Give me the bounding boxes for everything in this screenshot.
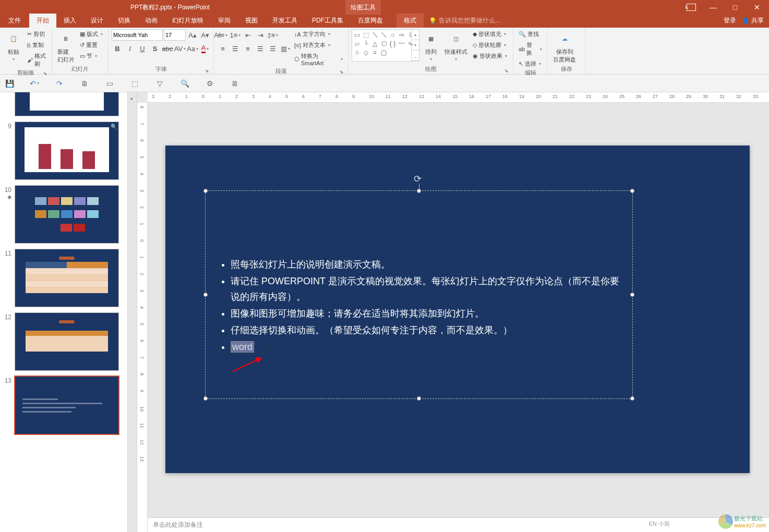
tab-transition[interactable]: 切换 xyxy=(111,14,138,28)
slide-thumbnails-panel[interactable]: 9 🔍 10✱ xyxy=(0,92,128,532)
bullet-item[interactable]: 照每张幻灯片上的说明创建演示文稿。 xyxy=(231,257,622,272)
rotate-handle-icon[interactable]: ⟳ xyxy=(414,173,424,184)
copy-button[interactable]: ⎘复制 xyxy=(25,40,49,50)
slide-thumb-11[interactable] xyxy=(15,249,119,307)
justify-button[interactable]: ☰ xyxy=(255,43,266,54)
qat-btn-5[interactable]: ▭ xyxy=(104,78,115,89)
italic-button[interactable]: I xyxy=(124,43,136,54)
bullet-item[interactable]: 请记住 POWERPOINT 是演示文稿的视觉效果。每张幻灯片上的文字仅作为论点… xyxy=(231,273,622,305)
font-name-combo[interactable] xyxy=(112,29,163,41)
tab-review[interactable]: 审阅 xyxy=(211,14,238,28)
shape-effects-button[interactable]: ◉形状效果 xyxy=(471,51,509,61)
slide-thumb-8[interactable] xyxy=(15,92,119,116)
bullet-item-editing[interactable]: word xyxy=(231,339,622,355)
paste-button[interactable]: 📋 粘贴 ▾ xyxy=(3,29,24,63)
resize-handle[interactable] xyxy=(203,396,208,401)
font-color-button[interactable]: A xyxy=(199,43,211,54)
align-right-button[interactable]: ≡ xyxy=(242,43,254,54)
tab-file[interactable]: 文件 xyxy=(0,14,29,28)
convert-smartart-button[interactable]: ⬡转换为 SmartArt xyxy=(292,51,345,67)
qat-btn-9[interactable]: ⚙ xyxy=(205,78,215,89)
change-case-button[interactable]: Aa xyxy=(187,43,198,54)
underline-button[interactable]: U xyxy=(137,43,148,54)
bullet-item[interactable]: 仔细选择切换和动画。（希望受众如何专注于内容，而不是效果。） xyxy=(231,322,622,338)
format-painter-button[interactable]: 🖌格式刷 xyxy=(25,51,49,69)
new-slide-button[interactable]: 🗎 新建 幻灯片 xyxy=(55,29,77,65)
increase-font-button[interactable]: A▴ xyxy=(187,29,198,41)
reset-button[interactable]: ↺重置 xyxy=(78,40,105,50)
increase-indent-button[interactable]: ⇥ xyxy=(255,29,266,41)
replace-button[interactable]: ab替换 xyxy=(516,40,544,58)
tab-pdf[interactable]: PDF工具集 xyxy=(305,14,351,28)
typed-word[interactable]: word xyxy=(231,341,254,353)
slide-thumb-13[interactable] xyxy=(15,376,119,434)
qat-btn-7[interactable]: ▽ xyxy=(154,78,165,89)
tell-me-input[interactable]: 💡 告诉我您想要做什么… xyxy=(424,14,724,28)
notes-pane[interactable]: 单击此处添加备注 xyxy=(148,517,769,532)
slide-thumb-9[interactable]: 🔍 xyxy=(15,122,119,180)
bullet-item[interactable]: 图像和图形可增加趣味；请务必在适当时将其添加到幻灯片。 xyxy=(231,306,622,321)
columns-button[interactable]: ▥ xyxy=(280,43,291,54)
slide-canvas[interactable]: ⟳ 照每张幻灯片上的说明创建演示文稿。 请记住 POWERPOINT 是演示文稿… xyxy=(165,146,750,473)
align-left-button[interactable]: ≡ xyxy=(217,43,229,54)
strikethrough-button[interactable]: abc xyxy=(162,43,173,54)
bold-button[interactable]: B xyxy=(112,43,123,54)
distribute-button[interactable]: ☰ xyxy=(267,43,279,54)
tab-developer[interactable]: 开发工具 xyxy=(265,14,305,28)
shapes-gallery[interactable]: ▭ ⬚ ＼ ＼ ○ ⇨ ⇩ ▱ └ △ ⬡ { } 〰 ∿ ☆ ◇ = ▢ ▴ xyxy=(352,29,419,62)
arrange-button[interactable]: ▦ 排列▾ xyxy=(420,29,441,63)
resize-handle[interactable] xyxy=(417,396,421,401)
close-button[interactable]: ✕ xyxy=(748,1,766,14)
login-link[interactable]: 登录 xyxy=(724,16,736,28)
align-text-button[interactable]: [≡]对齐文本 xyxy=(292,40,345,50)
tab-design[interactable]: 设计 xyxy=(83,14,111,28)
shape-outline-button[interactable]: ◇形状轮廓 xyxy=(471,40,509,50)
text-direction-button[interactable]: ↕A文字方向 xyxy=(292,29,345,39)
tab-insert[interactable]: 插入 xyxy=(56,14,83,28)
slide-thumb-12[interactable] xyxy=(15,312,119,371)
resize-handle[interactable] xyxy=(203,189,208,193)
align-center-button[interactable]: ☰ xyxy=(230,43,241,54)
ribbon-display-options-button[interactable] xyxy=(682,1,700,14)
resize-handle[interactable] xyxy=(417,189,421,193)
tab-format[interactable]: 格式 xyxy=(396,14,424,28)
quick-styles-button[interactable]: ◫ 快速样式▾ xyxy=(442,29,470,63)
tab-animation[interactable]: 动画 xyxy=(138,14,165,28)
qat-btn-4[interactable]: 🗎 xyxy=(79,78,90,89)
char-spacing-button[interactable]: AV xyxy=(174,43,186,54)
resize-handle[interactable] xyxy=(630,293,634,297)
tab-home[interactable]: 开始 xyxy=(29,14,56,28)
undo-button[interactable]: ↶ xyxy=(29,78,40,89)
bullets-button[interactable]: •≡ xyxy=(217,29,229,41)
slide-stage[interactable]: ⟳ 照每张幻灯片上的说明创建演示文稿。 请记住 POWERPOINT 是演示文稿… xyxy=(148,103,769,532)
gallery-down-icon[interactable]: ▾ xyxy=(412,40,419,51)
share-button[interactable]: 👤 共享 xyxy=(742,16,764,28)
bullet-list[interactable]: 照每张幻灯片上的说明创建演示文稿。 请记住 POWERPOINT 是演示文稿的视… xyxy=(221,257,622,356)
minimize-button[interactable]: — xyxy=(704,1,722,14)
panel-splitter[interactable] xyxy=(128,92,137,532)
save-to-baidu-button[interactable]: ☁ 保存到 百度网盘 xyxy=(551,29,578,65)
resize-handle[interactable] xyxy=(203,293,208,297)
select-button[interactable]: ↖选择 xyxy=(516,59,544,69)
slide-thumb-10[interactable] xyxy=(15,185,119,244)
tab-view[interactable]: 视图 xyxy=(238,14,265,28)
font-size-combo[interactable] xyxy=(164,29,186,41)
line-spacing-button[interactable]: ‡≡ xyxy=(267,29,279,41)
gallery-up-icon[interactable]: ▴ xyxy=(412,30,419,40)
maximize-button[interactable]: □ xyxy=(726,1,744,14)
qat-btn-10[interactable]: 🗎 xyxy=(230,78,240,89)
find-button[interactable]: 🔍查找 xyxy=(516,29,544,39)
layout-button[interactable]: ▦版式 xyxy=(78,29,105,39)
save-button[interactable]: 💾 xyxy=(4,78,15,89)
shadow-button[interactable]: S xyxy=(149,43,161,54)
decrease-indent-button[interactable]: ⇤ xyxy=(242,29,254,41)
resize-handle[interactable] xyxy=(630,189,634,193)
qat-btn-6[interactable]: ⬚ xyxy=(129,78,140,89)
gallery-more-icon[interactable]: ⎯ xyxy=(412,51,419,61)
shape-fill-button[interactable]: ◆形状填充 xyxy=(471,29,509,39)
section-button[interactable]: ▭节 xyxy=(78,51,105,61)
cut-button[interactable]: ✂剪切 xyxy=(25,29,49,39)
tab-baidu[interactable]: 百度网盘 xyxy=(351,14,390,28)
qat-btn-8[interactable]: 🔍 xyxy=(179,78,190,89)
content-textbox[interactable]: ⟳ 照每张幻灯片上的说明创建演示文稿。 请记住 POWERPOINT 是演示文稿… xyxy=(205,190,633,399)
